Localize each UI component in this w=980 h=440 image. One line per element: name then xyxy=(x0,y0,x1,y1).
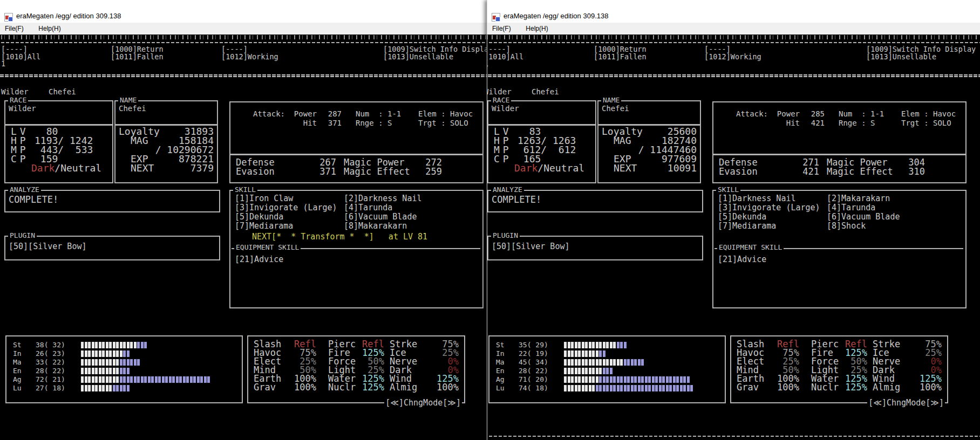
skill-item[interactable]: [6]Vacuum Blade xyxy=(827,212,900,222)
magic-power-value: 304 xyxy=(886,158,925,167)
app-icon xyxy=(4,13,13,22)
menubar: File(F) Help(H) xyxy=(0,23,487,35)
titlebar[interactable]: eraMegaten /egg/ edition 309.138 xyxy=(487,0,980,23)
command-item[interactable]: [1009]Switch Info Display xyxy=(383,45,487,53)
command-item[interactable]: [----] xyxy=(487,45,511,53)
param-bar xyxy=(81,342,148,348)
command-item[interactable]: [----] xyxy=(1,45,28,53)
command-item[interactable]: [----] xyxy=(221,45,248,53)
skill-item[interactable]: [5]Dekunda xyxy=(235,212,283,222)
menu-file[interactable]: File(F) xyxy=(0,23,29,34)
param-name: Ag xyxy=(496,375,505,383)
param-value: 72( 21) xyxy=(36,375,65,383)
equipment-skill-label: EQUIPMENT SKILL xyxy=(717,244,784,251)
race-value: Wilder xyxy=(9,104,36,113)
command-item[interactable]: [----] xyxy=(704,45,731,53)
skill-item[interactable]: [4]Tarunda xyxy=(344,203,392,212)
command-item[interactable]: [1013]Unsellable xyxy=(866,53,936,60)
next-label: NEXT xyxy=(131,163,154,173)
equipment-skill-item[interactable]: [21]Advice xyxy=(235,255,283,264)
defense-value: 271 xyxy=(776,158,819,167)
evasion-value: 421 xyxy=(776,167,819,176)
skill-item[interactable]: [8]Makarakarn xyxy=(344,222,407,231)
command-item[interactable]: [1000]Return xyxy=(111,45,164,53)
titlebar[interactable]: eraMegaten /egg/ edition 309.138 xyxy=(0,0,487,23)
skill-box: SKILL [1]Iron Claw[2]Darkness Nail[3]Inv… xyxy=(229,190,484,308)
magic-power-label: Magic Power xyxy=(827,158,888,167)
command-item[interactable]: [1010]All xyxy=(487,53,523,60)
skill-item[interactable]: [6]Vacuum Blade xyxy=(344,212,417,222)
resist-list: Slash Refl Pierc Refl Strke 75% Havoc 75… xyxy=(248,336,464,402)
param-value: 74( 18) xyxy=(519,384,548,392)
command-item[interactable]: [1012]Working xyxy=(221,53,278,60)
plugin-item[interactable]: [50][Silver Bow] xyxy=(9,242,87,251)
chngmode-button[interactable]: [≪]ChngMode[≫] xyxy=(384,398,462,408)
command-item[interactable]: [1011]Fallen xyxy=(111,53,164,60)
skill-item[interactable]: [1]Iron Claw xyxy=(235,194,293,203)
param-name: En xyxy=(13,367,22,375)
defense-label: Defense xyxy=(236,158,275,167)
command-row-2: [1010]All[1011]Fallen[1012]Working[1013]… xyxy=(0,53,487,60)
analyze-value: COMPLETE! xyxy=(492,194,541,205)
defense-value: 267 xyxy=(293,158,336,167)
menu-help[interactable]: Help(H) xyxy=(521,23,553,34)
menu-help[interactable]: Help(H) xyxy=(33,23,65,34)
param-name: St xyxy=(496,341,505,349)
page-indicator: 1 xyxy=(487,59,488,68)
resist-value: 100% xyxy=(777,383,799,391)
plugin-item[interactable]: [50][Silver Bow] xyxy=(492,242,570,251)
command-row-1: [----][1000]Return[----][1009]Switch Inf… xyxy=(487,45,980,53)
name-box: NAME Chefei xyxy=(114,100,218,125)
skill-item[interactable]: [1]Darkness Nail xyxy=(718,194,796,203)
defense-label: Defense xyxy=(719,158,758,167)
skill-item[interactable]: [2]Darkness Nail xyxy=(344,194,422,203)
param-bar xyxy=(81,376,211,383)
equipment-skill-label: EQUIPMENT SKILL xyxy=(234,244,301,251)
command-item[interactable]: [1013]Unsellable xyxy=(383,53,453,60)
analyze-box: ANALYZE COMPLETE! xyxy=(487,190,703,212)
command-item[interactable]: [1009]Switch Info Display xyxy=(866,45,976,53)
skill-item[interactable]: [7]Mediarama xyxy=(235,222,293,231)
command-item[interactable]: [1000]Return xyxy=(594,45,646,53)
resist-value: 100% xyxy=(920,383,942,391)
skill-item[interactable]: [3]Invigorate (Large) xyxy=(235,203,337,212)
console-content: [----][1000]Return[----][1009]Switch Inf… xyxy=(487,35,980,440)
defense-box: Defense 267 Magic Power 272 Evasion 371 … xyxy=(229,154,484,183)
name-label: NAME xyxy=(601,97,621,104)
skill-item[interactable]: [3]Invigorate (Large) xyxy=(718,203,820,212)
param-name: Ag xyxy=(13,375,22,383)
next-value: 10091 xyxy=(668,163,697,173)
command-item[interactable]: [1012]Working xyxy=(704,53,761,60)
skill-item[interactable]: [5]Dekunda xyxy=(718,212,766,222)
skill-item[interactable]: [7]Mediarama xyxy=(718,222,776,231)
command-item[interactable]: [1011]Fallen xyxy=(594,53,646,60)
plugin-label: PLUGIN xyxy=(491,232,520,239)
resist-label: Nuclr xyxy=(328,383,356,391)
party-member-name: Chefei xyxy=(532,87,559,96)
skill-item[interactable]: [2]Makarakarn xyxy=(827,194,890,203)
alignment-rest: /Neutral xyxy=(537,162,584,174)
resist-value: 125% xyxy=(362,383,384,391)
param-bar xyxy=(564,385,694,391)
param-row: Lu 74( 18) xyxy=(489,384,725,393)
resist-cell: Nuclr 125% xyxy=(811,383,867,391)
menu-file[interactable]: File(F) xyxy=(487,23,516,34)
param-bar xyxy=(81,359,141,366)
skill-item[interactable]: [4]Tarunda xyxy=(827,203,875,212)
alignment-dark: Dark xyxy=(31,162,55,174)
chngmode-button[interactable]: [≪]ChngMode[≫] xyxy=(867,398,945,408)
power-value: 285 xyxy=(802,110,825,118)
resist-cell: Almig 100% xyxy=(390,383,459,391)
param-row: Ag 72( 21) xyxy=(6,375,242,384)
resist-value: 100% xyxy=(294,383,316,391)
command-item[interactable]: [1010]All xyxy=(1,53,40,60)
equipment-skill-divider: EQUIPMENT SKILL xyxy=(232,248,480,249)
param-value: 45( 34) xyxy=(519,358,548,366)
hit-label: Hit xyxy=(770,119,800,127)
skill-item[interactable]: [8]Shock xyxy=(827,222,866,231)
alignment-value: Dark/Neutral xyxy=(514,163,584,173)
param-bar xyxy=(564,350,606,357)
rnge-value: Rnge : S xyxy=(356,119,392,127)
equipment-skill-item[interactable]: [21]Advice xyxy=(718,255,766,264)
param-value: 33( 22) xyxy=(36,358,65,366)
